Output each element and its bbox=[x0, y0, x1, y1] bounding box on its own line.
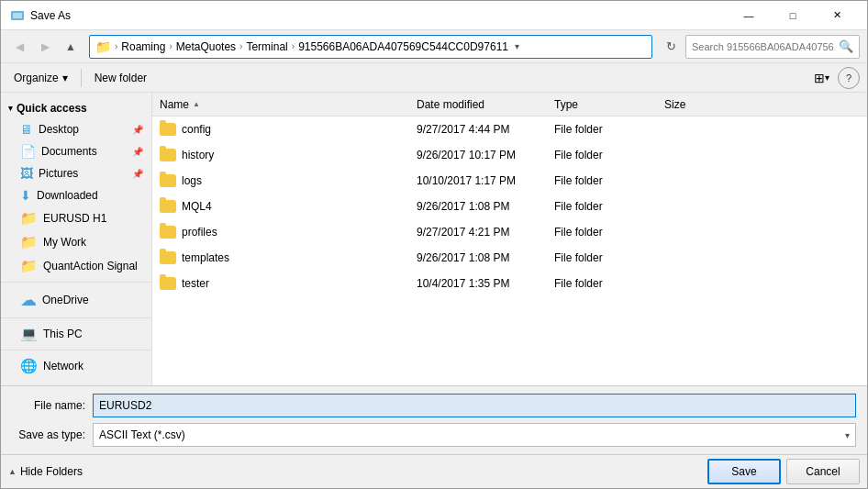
column-type-header[interactable]: Type bbox=[554, 98, 664, 111]
pin-documents-icon: 📌 bbox=[132, 147, 143, 157]
crumb-terminal[interactable]: Terminal bbox=[246, 40, 287, 53]
filetype-label: Save as type: bbox=[12, 428, 85, 441]
table-row[interactable]: templates 9/26/2017 1:08 PM File folder bbox=[152, 245, 867, 271]
sidebar-item-network[interactable]: 🌐 Network bbox=[1, 354, 151, 378]
file-name: history bbox=[182, 149, 214, 161]
breadcrumb-icon: 📁 bbox=[95, 39, 111, 54]
folder-icon bbox=[160, 174, 176, 187]
file-date-cell: 10/4/2017 1:35 PM bbox=[417, 277, 554, 290]
sidebar-item-mywork[interactable]: 📁 My Work bbox=[1, 230, 151, 254]
sidebar-item-onedrive[interactable]: ☁ OneDrive bbox=[1, 286, 151, 314]
hide-folders-label: Hide Folders bbox=[20, 465, 83, 478]
file-type-cell: File folder bbox=[554, 226, 664, 239]
table-row[interactable]: logs 10/10/2017 1:17 PM File folder bbox=[152, 168, 867, 194]
table-row[interactable]: MQL4 9/26/2017 1:08 PM File folder bbox=[152, 194, 867, 219]
sort-arrow-icon: ▲ bbox=[193, 100, 200, 108]
crumb-metaquotes[interactable]: MetaQuotes bbox=[176, 40, 236, 53]
close-button[interactable]: ✕ bbox=[816, 6, 858, 25]
filename-label: File name: bbox=[12, 399, 85, 412]
back-button[interactable]: ◀ bbox=[8, 36, 30, 58]
organize-button[interactable]: Organize ▾ bbox=[8, 67, 73, 89]
refresh-button[interactable]: ↻ bbox=[660, 36, 682, 58]
crumb-hash[interactable]: 915566BA06ADA407569C544CC0D97611 bbox=[298, 40, 508, 53]
sidebar-item-mywork-label: My Work bbox=[43, 236, 86, 249]
sidebar-item-quantaction[interactable]: 📁 QuantAction Signal bbox=[1, 254, 151, 278]
sidebar: ▾ Quick access 🖥 Desktop 📌 📄 Documents 📌… bbox=[1, 93, 152, 385]
file-date-cell: 9/26/2017 1:08 PM bbox=[417, 251, 554, 264]
col-date-label: Date modified bbox=[417, 98, 484, 111]
help-button[interactable]: ? bbox=[838, 67, 860, 89]
table-row[interactable]: profiles 9/27/2017 4:21 PM File folder bbox=[152, 219, 867, 245]
save-as-dialog: Save As — □ ✕ ◀ ▶ ▲ 📁 › Roaming › MetaQu… bbox=[0, 0, 868, 489]
sidebar-item-documents[interactable]: 📄 Documents 📌 bbox=[1, 140, 151, 162]
up-button[interactable]: ▲ bbox=[60, 36, 82, 58]
maximize-button[interactable]: □ bbox=[772, 6, 814, 25]
network-icon: 🌐 bbox=[20, 358, 38, 374]
dialog-title: Save As bbox=[30, 9, 728, 22]
sidebar-item-thispc[interactable]: 💻 This PC bbox=[1, 322, 151, 346]
search-input[interactable] bbox=[692, 41, 835, 52]
column-date-header[interactable]: Date modified bbox=[417, 98, 554, 111]
file-name: templates bbox=[182, 251, 229, 264]
minimize-button[interactable]: — bbox=[728, 6, 770, 25]
sidebar-sep-2 bbox=[1, 317, 151, 318]
bottom-action-bar: ▲ Hide Folders Save Cancel bbox=[1, 454, 867, 488]
table-row[interactable]: config 9/27/2017 4:44 PM File folder bbox=[152, 117, 867, 142]
new-folder-label: New folder bbox=[95, 72, 147, 84]
sidebar-item-documents-label: Documents bbox=[41, 145, 97, 158]
sidebar-item-downloaded[interactable]: ⬇ Downloaded bbox=[1, 184, 151, 206]
file-name: logs bbox=[182, 174, 202, 187]
mywork-folder-icon: 📁 bbox=[20, 234, 38, 250]
file-rows: config 9/27/2017 4:44 PM File folder his… bbox=[152, 117, 867, 296]
organize-label: Organize bbox=[14, 72, 59, 84]
desktop-icon: 🖥 bbox=[20, 122, 33, 137]
file-type-cell: File folder bbox=[554, 277, 664, 290]
sidebar-item-eurusd[interactable]: 📁 EURUSD H1 bbox=[1, 206, 151, 230]
file-date-cell: 9/26/2017 10:17 PM bbox=[417, 149, 554, 161]
file-name: profiles bbox=[182, 226, 217, 239]
filetype-select[interactable]: ASCII Text (*.csv) ▾ bbox=[93, 423, 856, 447]
organize-arrow: ▾ bbox=[62, 72, 68, 84]
col-size-label: Size bbox=[664, 98, 685, 111]
sidebar-item-desktop-label: Desktop bbox=[39, 123, 79, 136]
new-folder-button[interactable]: New folder bbox=[89, 67, 152, 89]
cancel-button[interactable]: Cancel bbox=[786, 459, 860, 484]
file-type-cell: File folder bbox=[554, 251, 664, 264]
filename-input[interactable] bbox=[93, 394, 856, 417]
table-row[interactable]: tester 10/4/2017 1:35 PM File folder bbox=[152, 271, 867, 296]
filetype-dropdown-icon: ▾ bbox=[845, 430, 850, 440]
sidebar-item-desktop[interactable]: 🖥 Desktop 📌 bbox=[1, 118, 151, 140]
address-bar[interactable]: 📁 › Roaming › MetaQuotes › Terminal › 91… bbox=[89, 35, 652, 59]
column-name-header[interactable]: Name ▲ bbox=[160, 98, 417, 111]
sidebar-item-onedrive-label: OneDrive bbox=[42, 294, 89, 306]
view-button[interactable]: ⊞ ▾ bbox=[808, 67, 834, 89]
file-list-header: Name ▲ Date modified Type Size bbox=[152, 93, 867, 117]
column-size-header[interactable]: Size bbox=[664, 98, 860, 111]
crumb-roaming[interactable]: Roaming bbox=[121, 40, 165, 53]
file-area: Name ▲ Date modified Type Size config bbox=[152, 93, 867, 385]
quick-access-header[interactable]: ▾ Quick access bbox=[1, 98, 151, 118]
sidebar-item-quantaction-label: QuantAction Signal bbox=[43, 260, 138, 272]
thispc-icon: 💻 bbox=[20, 326, 38, 342]
folder-icon bbox=[160, 226, 176, 239]
file-date-cell: 9/26/2017 1:08 PM bbox=[417, 200, 554, 213]
file-type-cell: File folder bbox=[554, 123, 664, 136]
hide-folders-link[interactable]: ▲ Hide Folders bbox=[8, 465, 83, 478]
pin-pictures-icon: 📌 bbox=[132, 169, 143, 179]
address-dropdown-button[interactable]: ▾ bbox=[508, 36, 527, 58]
folder-icon bbox=[160, 123, 176, 136]
pin-desktop-icon: 📌 bbox=[132, 125, 143, 135]
chevron-up-icon: ▲ bbox=[8, 467, 17, 476]
filetype-row: Save as type: ASCII Text (*.csv) ▾ bbox=[12, 423, 856, 447]
save-button[interactable]: Save bbox=[707, 459, 781, 484]
file-date-cell: 9/27/2017 4:21 PM bbox=[417, 226, 554, 239]
file-name-cell: config bbox=[160, 123, 417, 136]
col-type-label: Type bbox=[554, 98, 578, 111]
toolbar2-separator bbox=[81, 69, 82, 87]
view-icon: ⊞ bbox=[814, 71, 825, 85]
table-row[interactable]: history 9/26/2017 10:17 PM File folder bbox=[152, 142, 867, 168]
forward-button[interactable]: ▶ bbox=[34, 36, 56, 58]
sidebar-item-eurusd-label: EURUSD H1 bbox=[43, 212, 106, 225]
sidebar-item-pictures[interactable]: 🖼 Pictures 📌 bbox=[1, 162, 151, 184]
file-name-cell: MQL4 bbox=[160, 200, 417, 213]
